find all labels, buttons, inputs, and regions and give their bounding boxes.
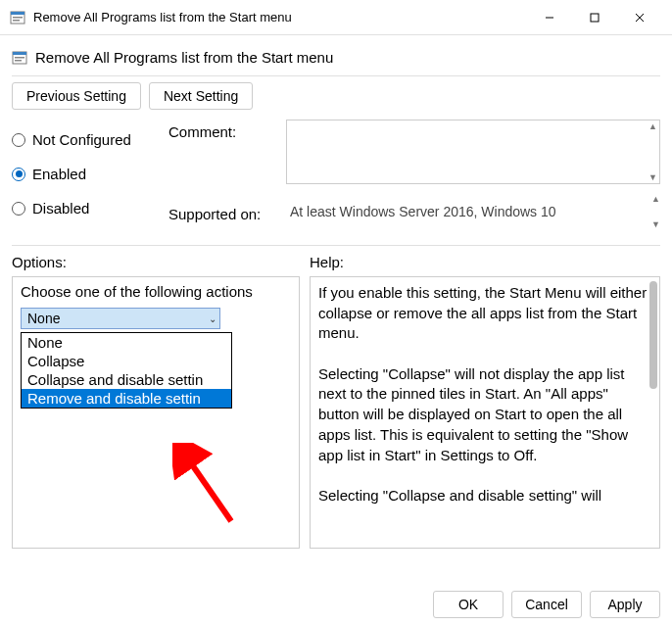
comment-textarea[interactable]: ▲ ▼ [286, 120, 660, 184]
radio-icon [12, 168, 25, 181]
svg-rect-9 [13, 52, 26, 55]
help-heading: Help: [310, 254, 660, 270]
dropdown-option-none[interactable]: None [22, 333, 231, 352]
chevron-down-icon: ⌄ [209, 313, 216, 324]
svg-rect-5 [591, 14, 599, 22]
previous-setting-button[interactable]: Previous Setting [12, 82, 141, 110]
titlebar[interactable]: Remove All Programs list from the Start … [0, 0, 672, 35]
options-prompt: Choose one of the following actions [21, 283, 291, 300]
supported-on-text: At least Windows Server 2016, Windows 10… [286, 194, 660, 229]
dropdown-option-collapse-disable[interactable]: Collapse and disable settin [22, 370, 231, 389]
scroll-up-icon[interactable]: ▲ [651, 194, 660, 204]
svg-rect-2 [13, 17, 23, 19]
scroll-down-icon[interactable]: ▼ [648, 173, 657, 181]
policy-icon [10, 10, 25, 25]
apply-button[interactable]: Apply [590, 591, 660, 618]
radio-label: Disabled [32, 200, 89, 217]
comment-label: Comment: [168, 120, 286, 140]
minimize-button[interactable] [527, 3, 572, 32]
action-combobox[interactable]: None ⌄ [21, 308, 220, 329]
options-pane: Choose one of the following actions None… [12, 276, 300, 549]
action-dropdown: None Collapse Collapse and disable setti… [21, 332, 232, 409]
radio-icon [12, 133, 25, 147]
radio-label: Enabled [32, 166, 86, 182]
scroll-down-icon[interactable]: ▼ [651, 219, 660, 229]
radio-label: Not Configured [32, 131, 131, 148]
policy-icon [12, 50, 27, 66]
policy-title: Remove All Programs list from the Start … [35, 49, 333, 66]
help-pane: If you enable this setting, the Start Me… [310, 276, 660, 549]
svg-rect-3 [13, 20, 20, 22]
scroll-up-icon[interactable]: ▲ [648, 122, 657, 130]
svg-rect-10 [15, 57, 24, 59]
radio-disabled[interactable]: Disabled [12, 200, 168, 217]
dropdown-option-remove-disable[interactable]: Remove and disable settin [22, 389, 231, 408]
options-heading: Options: [12, 254, 310, 270]
help-scrollbar[interactable] [649, 281, 657, 544]
combobox-value: None [27, 311, 60, 326]
next-setting-button[interactable]: Next Setting [149, 82, 253, 110]
svg-rect-1 [11, 12, 24, 15]
maximize-button[interactable] [572, 3, 617, 32]
radio-enabled[interactable]: Enabled [12, 166, 168, 182]
cancel-button[interactable]: Cancel [511, 591, 582, 618]
close-button[interactable] [617, 3, 662, 32]
radio-icon [12, 202, 25, 216]
dropdown-option-collapse[interactable]: Collapse [22, 352, 231, 370]
policy-header: Remove All Programs list from the Start … [12, 43, 660, 76]
svg-rect-11 [15, 60, 22, 62]
ok-button[interactable]: OK [433, 591, 504, 618]
radio-not-configured[interactable]: Not Configured [12, 131, 168, 148]
window-title: Remove All Programs list from the Start … [33, 10, 527, 24]
help-text: If you enable this setting, the Start Me… [318, 283, 649, 506]
supported-label: Supported on: [168, 202, 286, 222]
scrollbar-thumb[interactable] [649, 281, 657, 389]
